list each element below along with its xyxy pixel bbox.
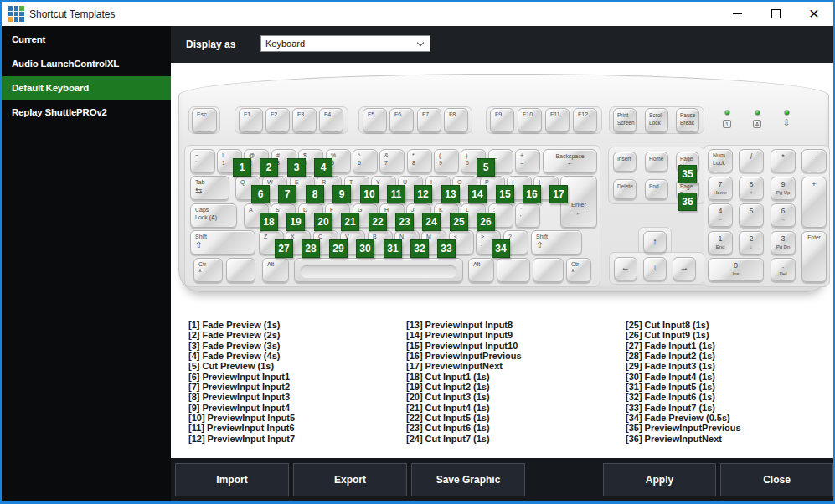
key-f10: F10 [518, 108, 542, 132]
key-blank: 8↑ [739, 177, 764, 200]
shortcut-badge-35: 35 [678, 165, 697, 183]
shortcut-entry: [23] Cut Input6 (1s) [406, 423, 522, 433]
key-blank: Tab⇆ [190, 176, 229, 200]
shortcut-entry: [14] PreviewInput Input9 [406, 330, 522, 340]
shortcut-entry: [2] Fade Preview (2s) [188, 330, 295, 340]
apply-button[interactable]: Apply [603, 463, 716, 496]
display-as-value: Keyboard [265, 39, 305, 49]
minimize-button[interactable] [718, 2, 756, 26]
key-end: 1End [708, 231, 733, 255]
display-as-dropdown[interactable]: Keyboard [260, 35, 430, 52]
key-0: )05 [461, 149, 486, 173]
shortcut-entry: [34] Fade Preview (0.5s) [626, 413, 741, 423]
key-enter: Enter [801, 231, 827, 282]
key-blank: Shift⇧ [531, 230, 582, 255]
sidebar-item-current[interactable]: Current [2, 28, 171, 52]
key-blank: >.34 [476, 230, 501, 255]
shortcut-badge-5: 5 [477, 158, 495, 177]
key-blank: 2↓ [739, 231, 764, 255]
key-f6: F6 [389, 108, 414, 132]
sidebar-item-replay-shuttleprov2[interactable]: Replay ShuttlePROv2 [2, 100, 171, 125]
shortcut-badge-20: 20 [314, 213, 332, 231]
shortcut-badge-30: 30 [356, 239, 374, 258]
key-ins: 0Ins [708, 258, 764, 281]
shortcut-entry: [33] Fade Input7 (1s) [626, 403, 741, 413]
key-f3: F3 [292, 108, 317, 132]
shortcut-column-3: [25] Cut Input8 (1s)[26] Cut Input9 (1s)… [626, 320, 741, 444]
led-dot [724, 110, 730, 116]
import-button[interactable]: Import [175, 463, 289, 496]
key-end: End [645, 179, 668, 199]
key-esc: Esc [192, 108, 217, 132]
shortcut-entry: [36] PreviewInputNext [626, 434, 741, 444]
key-9: (9 [434, 149, 459, 173]
shortcut-badge-18: 18 [260, 213, 278, 231]
key-blank: ↑ [643, 231, 667, 253]
key-lock-a: CapsLock (A) [190, 203, 237, 228]
key-blank: "' [515, 203, 540, 228]
shortcut-column-1: [1] Fade Preview (1s)[2] Fade Preview (2… [188, 320, 295, 444]
shortcut-badge-15: 15 [496, 185, 514, 203]
shortcut-entry: [25] Cut Input8 (1s) [626, 320, 741, 330]
export-button[interactable]: Export [293, 463, 407, 496]
key-5: 5 [739, 203, 764, 227]
key-screen: PrintScreen [613, 108, 637, 132]
shortcut-entry: [24] Cut Input7 (1s) [406, 434, 522, 444]
led-dot [784, 110, 790, 116]
led-dot [755, 110, 760, 116]
close-button[interactable]: Close [720, 463, 833, 496]
shortcut-entry: [13] PreviewInput Input8 [406, 320, 522, 330]
key-f8: F8 [444, 108, 468, 132]
shortcut-badge-6: 6 [251, 185, 270, 203]
key-blank: / [739, 149, 764, 172]
key-blank: 4← [708, 203, 733, 227]
key-blank: Backspace← [543, 149, 597, 173]
shortcut-badge-31: 31 [384, 239, 402, 258]
close-icon: × [809, 4, 819, 22]
shortcut-badge-22: 22 [369, 213, 387, 231]
key-1: !11 [217, 149, 242, 173]
shortcut-entry: [19] Cut Input2 (1s) [406, 382, 522, 392]
app-icon [8, 6, 24, 22]
shortcut-entry: [35] PreviewInputPrevious [626, 423, 741, 433]
shortcut-badge-16: 16 [523, 185, 541, 203]
shortcut-entry: [16] PreviewInputPrevious [406, 351, 522, 361]
key-break: PauseBreak [676, 108, 699, 132]
key-delete: Delete [613, 179, 637, 199]
shortcut-entry: [29] Fade Input3 (1s) [626, 361, 741, 371]
key-lock: NumLock [708, 149, 733, 172]
shortcut-badge-26: 26 [477, 213, 495, 231]
shortcut-badge-7: 7 [278, 185, 296, 203]
key-blank: Ctr* [566, 258, 591, 282]
close-button[interactable]: × [795, 2, 833, 26]
shortcut-entry: [6] PreviewInput Input1 [188, 372, 295, 382]
shortcut-entry: [28] Fade Input2 (1s) [626, 351, 741, 361]
key-blank [533, 258, 564, 282]
shortcut-badge-24: 24 [422, 213, 441, 231]
maximize-button[interactable] [756, 2, 795, 26]
sidebar-item-audio-launchcontrolxl[interactable]: Audio LaunchControlXL [2, 52, 171, 76]
shortcut-badge-19: 19 [286, 213, 305, 231]
keyboard-graphic: EscF1F2F3F4F5F6F7F8F9F10F11F12PrintScree… [178, 74, 829, 292]
shortcut-entry: [17] PreviewInputNext [406, 361, 522, 371]
shortcut-badge-25: 25 [450, 213, 468, 231]
shortcut-entry: [31] Fade Input5 (1s) [626, 382, 741, 392]
minimize-icon [733, 13, 742, 14]
shortcut-badge-11: 11 [387, 185, 405, 203]
shortcut-entry: [3] Fade Preview (3s) [188, 341, 295, 351]
shortcut-badge-36: 36 [678, 193, 697, 211]
sidebar-item-default-keyboard[interactable]: Default Keyboard [2, 76, 171, 100]
shortcut-entry: [20] Cut Input3 (1s) [406, 392, 522, 402]
key-blank [294, 258, 463, 282]
shortcut-entry: [18] Cut Input1 (1s) [406, 372, 522, 382]
shortcut-badge-10: 10 [360, 185, 379, 203]
content: Display as Keyboard EscF1F2F3F4F5F6F7F8F… [171, 26, 833, 501]
save-graphic-button[interactable]: Save Graphic [411, 463, 525, 496]
key-alt: Alt [468, 258, 494, 282]
maximize-icon [771, 9, 781, 18]
key-blank [497, 258, 530, 282]
key-8: *8 [407, 149, 432, 173]
key-insert: Insert [613, 152, 637, 172]
shortcut-badge-3: 3 [287, 158, 306, 177]
shortcut-badge-34: 34 [492, 239, 510, 258]
